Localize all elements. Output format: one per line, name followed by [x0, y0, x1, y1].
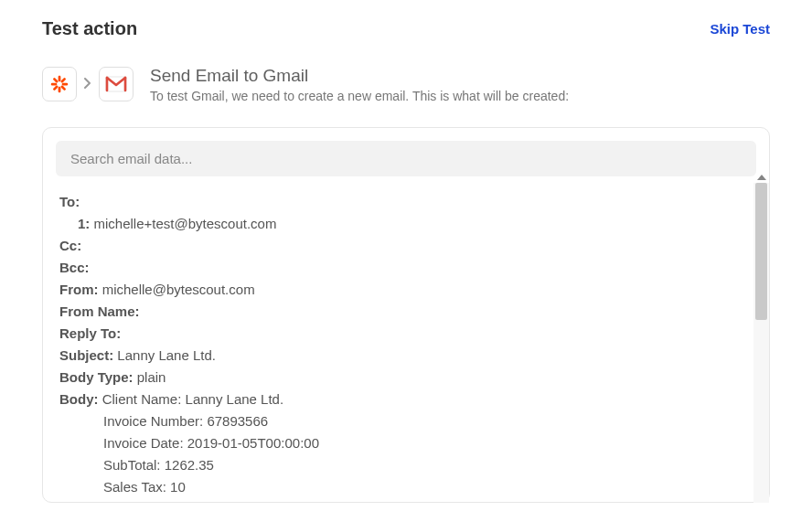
body-line: Invoice Number: 67893566: [103, 413, 268, 429]
body-type-value: plain: [137, 369, 166, 385]
scroll-up-icon[interactable]: [757, 175, 766, 180]
zapier-icon: [42, 67, 77, 101]
subject-value: Lanny Lane Ltd.: [117, 347, 216, 363]
to-label: To:: [59, 194, 80, 209]
from-name-label: From Name:: [59, 303, 140, 319]
chevron-right-icon: [84, 77, 91, 91]
action-subtitle: To test Gmail, we need to create a new e…: [150, 89, 569, 103]
bcc-label: Bcc:: [59, 260, 90, 275]
svg-rect-6: [53, 77, 59, 82]
to-index: 1:: [78, 216, 90, 231]
action-title: Send Email to Gmail: [150, 65, 569, 87]
to-value: michelle+test@bytescout.com: [94, 216, 277, 231]
svg-rect-4: [60, 77, 66, 82]
svg-rect-1: [59, 87, 61, 92]
action-header: Send Email to Gmail To test Gmail, we ne…: [42, 65, 770, 103]
page-title: Test action: [42, 18, 137, 39]
scrollbar-thumb[interactable]: [755, 183, 767, 320]
skip-test-button[interactable]: Skip Test: [710, 21, 770, 37]
cc-label: Cc:: [59, 238, 81, 253]
body-line: Invoice Date: 2019-01-05T00:00:00: [103, 435, 319, 451]
body-first-line: Client Name: Lanny Lane Ltd.: [102, 391, 283, 407]
body-line: SubTotal: 1262.35: [103, 457, 214, 473]
search-input[interactable]: [56, 141, 756, 176]
email-data-area: To: 1: michelle+test@bytescout.com Cc: B…: [56, 191, 756, 502]
svg-rect-2: [51, 83, 57, 86]
scrollbar[interactable]: [753, 183, 769, 503]
body-label: Body:: [59, 391, 99, 407]
svg-rect-5: [53, 85, 59, 90]
body-line: Sales Tax: 10: [103, 479, 186, 495]
svg-rect-3: [62, 83, 68, 86]
subject-label: Subject:: [59, 347, 113, 363]
body-type-label: Body Type:: [59, 369, 134, 385]
gmail-icon: [99, 67, 134, 101]
svg-rect-7: [60, 85, 66, 90]
from-value: michelle@bytescout.com: [102, 282, 255, 297]
body-line: Total: 1272.35: [103, 501, 189, 502]
from-label: From:: [59, 282, 99, 297]
svg-rect-0: [59, 76, 61, 81]
reply-to-label: Reply To:: [59, 325, 121, 341]
preview-panel: To: 1: michelle+test@bytescout.com Cc: B…: [42, 127, 770, 503]
